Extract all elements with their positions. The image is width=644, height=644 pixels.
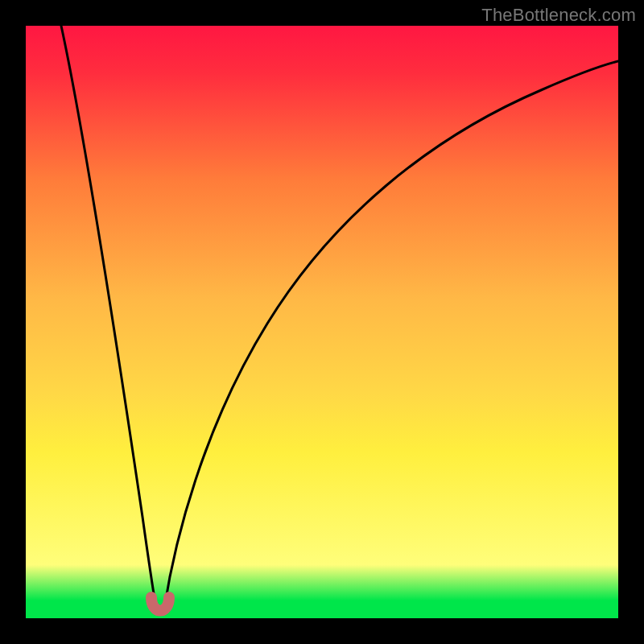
curve-right-branch (164, 61, 618, 609)
curve-left-branch (61, 26, 156, 609)
watermark-text: TheBottleneck.com (481, 5, 636, 26)
chart-plot-area (26, 26, 618, 618)
valley-marker-icon (151, 597, 169, 611)
chart-frame: TheBottleneck.com (0, 0, 644, 644)
bottleneck-curve (26, 26, 618, 618)
